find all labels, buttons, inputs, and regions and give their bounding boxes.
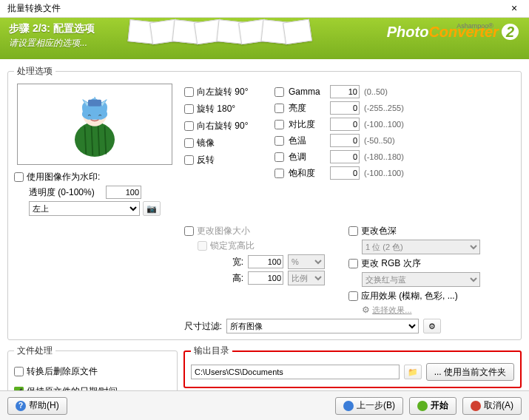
saturation-checkbox[interactable] bbox=[274, 169, 284, 178]
file-handling-legend: 文件处理 bbox=[14, 345, 55, 357]
temperature-checkbox[interactable] bbox=[274, 136, 284, 146]
mirror-label: 镜像 bbox=[197, 137, 215, 149]
help-button[interactable]: ?帮助(H) bbox=[7, 397, 67, 415]
size-filter-label: 尺寸过滤: bbox=[184, 320, 222, 333]
brand-logo: Ashampoo® PhotoConverter2 bbox=[387, 24, 519, 41]
preview-image bbox=[17, 84, 172, 165]
gamma-range: (0..50) bbox=[364, 87, 388, 96]
start-icon bbox=[417, 401, 428, 411]
rotate-right-checkbox[interactable] bbox=[184, 121, 194, 131]
cancel-button[interactable]: 取消(A) bbox=[462, 397, 522, 415]
gamma-input[interactable] bbox=[330, 85, 360, 98]
height-label: 高: bbox=[184, 272, 243, 285]
temperature-label: 色温 bbox=[289, 135, 326, 147]
rotate-left-checkbox[interactable] bbox=[184, 87, 194, 97]
saturation-range: (-100..100) bbox=[364, 169, 404, 177]
watermark-position-select[interactable]: 左上 bbox=[29, 201, 140, 216]
cancel-icon bbox=[471, 401, 481, 411]
gamma-checkbox[interactable] bbox=[274, 87, 284, 97]
color-depth-checkbox[interactable] bbox=[348, 226, 358, 236]
size-filter-select[interactable]: 所有图像 bbox=[226, 319, 419, 333]
output-dir-group: 输出目录 📁 ... 使用当前文件夹 bbox=[183, 345, 522, 388]
saturation-label: 饱和度 bbox=[289, 167, 326, 180]
contrast-checkbox[interactable] bbox=[274, 120, 284, 129]
contrast-range: (-100..100) bbox=[364, 120, 404, 129]
use-current-folder-button[interactable]: ... 使用当前文件夹 bbox=[426, 363, 514, 381]
rotate-right-label: 向右旋转 90° bbox=[197, 120, 248, 132]
rgb-order-select[interactable]: 交换红与蓝 bbox=[362, 272, 480, 287]
brightness-label: 亮度 bbox=[289, 102, 326, 115]
contrast-input[interactable] bbox=[330, 118, 360, 131]
hue-checkbox[interactable] bbox=[274, 152, 284, 162]
svg-rect-2 bbox=[88, 100, 101, 106]
color-depth-select[interactable]: 1 位 (2 色) bbox=[362, 240, 480, 254]
hue-label: 色调 bbox=[289, 151, 326, 163]
processing-options-group: 处理选项 bbox=[7, 65, 522, 340]
rotate-180-label: 旋转 180° bbox=[197, 103, 235, 115]
brightness-range: (-255..255) bbox=[364, 104, 404, 112]
output-path-input[interactable] bbox=[191, 365, 400, 379]
rgb-order-checkbox[interactable] bbox=[348, 259, 358, 268]
browse-output-button[interactable]: 📁 bbox=[404, 365, 422, 379]
processing-legend: 处理选项 bbox=[14, 65, 55, 78]
brightness-checkbox[interactable] bbox=[274, 104, 284, 113]
rgb-order-label: 更改 RGB 次序 bbox=[361, 257, 421, 270]
temperature-range: (-50..50) bbox=[364, 136, 395, 145]
mirror-checkbox[interactable] bbox=[184, 138, 194, 148]
width-input[interactable] bbox=[248, 255, 283, 268]
start-button[interactable]: 开始 bbox=[409, 397, 456, 415]
opacity-input[interactable] bbox=[106, 186, 141, 199]
brightness-input[interactable] bbox=[330, 101, 360, 115]
invert-checkbox[interactable] bbox=[184, 155, 194, 165]
contrast-label: 对比度 bbox=[289, 118, 326, 131]
effects-checkbox[interactable] bbox=[348, 291, 358, 301]
invert-label: 反转 bbox=[197, 154, 215, 166]
resize-checkbox[interactable] bbox=[184, 226, 194, 236]
hue-range: (-180..180) bbox=[364, 152, 404, 161]
color-depth-label: 更改色深 bbox=[361, 225, 397, 237]
back-button[interactable]: 上一步(B) bbox=[335, 397, 403, 415]
lock-ratio-checkbox[interactable] bbox=[198, 241, 207, 251]
delete-after-checkbox[interactable] bbox=[14, 367, 24, 376]
delete-after-label: 转换后删除原文件 bbox=[27, 365, 98, 378]
height-input[interactable] bbox=[248, 271, 283, 285]
back-icon bbox=[343, 401, 354, 411]
width-label: 宽: bbox=[184, 256, 243, 268]
temperature-input[interactable] bbox=[330, 134, 360, 147]
opacity-label: 透明度 (0-100%) bbox=[29, 186, 103, 199]
resize-label: 更改图像大小 bbox=[197, 225, 250, 237]
width-unit-select[interactable]: % bbox=[288, 254, 325, 269]
window-title: 批量转换文件 bbox=[4, 2, 61, 15]
gamma-label: Gamma bbox=[289, 87, 326, 97]
height-unit-select[interactable]: 比例 bbox=[288, 271, 325, 285]
lock-ratio-label: 锁定宽高比 bbox=[210, 240, 255, 252]
rotate-180-checkbox[interactable] bbox=[184, 104, 194, 114]
use-watermark-label: 使用图像作为水印: bbox=[27, 171, 100, 183]
select-effects-link[interactable]: 选择效果... bbox=[372, 305, 411, 314]
help-icon: ? bbox=[16, 401, 26, 411]
effects-label: 应用效果 (模糊, 色彩, ...) bbox=[361, 290, 458, 302]
wizard-header: 步骤 2/3: 配置选项 请设置相应的选项... Ashampoo® Photo… bbox=[0, 18, 529, 59]
size-filter-settings-button[interactable]: ⚙ bbox=[423, 319, 441, 333]
output-dir-legend: 输出目录 bbox=[191, 345, 232, 357]
browse-watermark-button[interactable]: 📷 bbox=[143, 201, 161, 216]
hue-input[interactable] bbox=[330, 150, 360, 163]
use-watermark-checkbox[interactable] bbox=[14, 172, 24, 182]
saturation-input[interactable] bbox=[330, 166, 360, 180]
rotate-left-label: 向左旋转 90° bbox=[197, 86, 248, 98]
close-button[interactable]: × bbox=[504, 1, 525, 16]
